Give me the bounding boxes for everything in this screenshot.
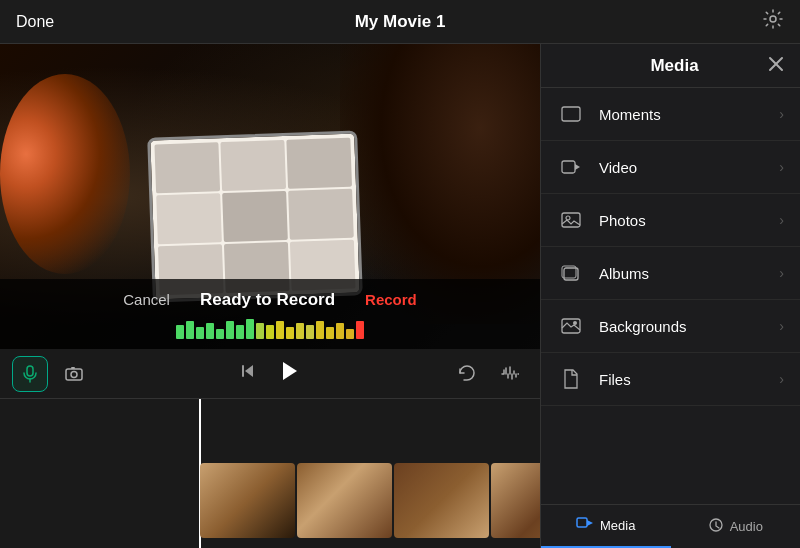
thumb-1 (154, 142, 220, 193)
svg-rect-20 (577, 518, 587, 527)
camera-button[interactable] (56, 356, 92, 392)
media-item-backgrounds[interactable]: Backgrounds › (541, 300, 800, 353)
files-label: Files (599, 371, 779, 388)
timeline-area (0, 349, 540, 548)
video-frame-1 (200, 463, 295, 538)
svg-marker-6 (245, 365, 253, 377)
meter-bar-2 (186, 321, 194, 339)
thumb-6 (288, 189, 354, 240)
media-list: Moments › Video › Photos › Albums › Back… (541, 88, 800, 504)
backgrounds-label: Backgrounds (599, 318, 779, 335)
chevron-backgrounds-icon: › (779, 318, 784, 334)
svg-point-4 (71, 371, 77, 377)
settings-button[interactable] (762, 8, 784, 35)
meter-bar-18 (346, 329, 354, 339)
thumb-4 (156, 193, 222, 244)
meter-bar-9 (256, 323, 264, 339)
svg-rect-5 (71, 367, 75, 369)
backgrounds-icon (557, 312, 585, 340)
top-bar-left: Done (16, 13, 136, 31)
media-tab-label: Media (600, 518, 635, 533)
waveform-button[interactable] (492, 356, 528, 392)
chevron-albums-icon: › (779, 265, 784, 281)
svg-rect-12 (562, 161, 575, 173)
svg-rect-3 (66, 369, 82, 380)
tab-media-button[interactable]: Media (541, 505, 671, 548)
svg-point-15 (566, 216, 570, 220)
svg-rect-11 (562, 107, 580, 121)
photos-icon (557, 206, 585, 234)
media-tab-icon (576, 517, 594, 535)
meter-bar-16 (326, 327, 334, 339)
timeline-center-tools (239, 359, 301, 389)
video-preview: Cancel Ready to Record Record (0, 44, 540, 349)
timeline-right-tools (448, 356, 528, 392)
top-bar: Done My Movie 1 (0, 0, 800, 44)
svg-point-19 (573, 321, 577, 325)
close-right-panel-button[interactable] (768, 54, 784, 77)
chevron-moments-icon: › (779, 106, 784, 122)
video-frame-4 (491, 463, 540, 538)
microphone-button[interactable] (12, 356, 48, 392)
chevron-video-icon: › (779, 159, 784, 175)
moments-icon (557, 100, 585, 128)
meter-bar-7 (236, 325, 244, 339)
record-controls: Cancel Ready to Record Record (123, 290, 416, 310)
chevron-files-icon: › (779, 371, 784, 387)
svg-point-0 (770, 16, 776, 22)
thumb-3 (286, 138, 352, 189)
meter-bar-12 (286, 327, 294, 339)
svg-rect-14 (562, 213, 580, 227)
meter-bar-1 (176, 325, 184, 339)
meter-bar-8 (246, 319, 254, 339)
photos-label: Photos (599, 212, 779, 229)
skip-to-start-button[interactable] (239, 362, 257, 385)
tab-audio-button[interactable]: Audio (671, 505, 801, 548)
audio-meter (176, 319, 364, 339)
play-button[interactable] (277, 359, 301, 389)
record-button[interactable]: Record (365, 291, 417, 308)
chevron-photos-icon: › (779, 212, 784, 228)
video-strip (200, 463, 540, 538)
thumb-2 (220, 140, 286, 191)
media-item-moments[interactable]: Moments › (541, 88, 800, 141)
media-item-albums[interactable]: Albums › (541, 247, 800, 300)
video-icon (557, 153, 585, 181)
video-frame-3 (394, 463, 489, 538)
tablet-screen (150, 133, 359, 299)
right-panel-title: Media (581, 56, 768, 76)
media-item-video[interactable]: Video › (541, 141, 800, 194)
meter-bar-10 (266, 325, 274, 339)
moments-label: Moments (599, 106, 779, 123)
timeline-left-tools (12, 356, 92, 392)
tablet-simulation (147, 130, 363, 302)
movie-title: My Movie 1 (136, 12, 664, 32)
albums-icon (557, 259, 585, 287)
albums-label: Albums (599, 265, 779, 282)
meter-bar-13 (296, 323, 304, 339)
top-bar-right (664, 8, 784, 35)
timeline-toolbar (0, 349, 540, 399)
scene-left (0, 74, 130, 274)
video-label: Video (599, 159, 779, 176)
cancel-record-button[interactable]: Cancel (123, 291, 170, 308)
audio-tab-icon (708, 517, 724, 537)
media-item-photos[interactable]: Photos › (541, 194, 800, 247)
meter-bar-17 (336, 323, 344, 339)
right-panel-header: Media (541, 44, 800, 88)
timeline-track (0, 399, 540, 548)
svg-rect-1 (27, 366, 33, 376)
undo-button[interactable] (448, 356, 484, 392)
media-item-files[interactable]: Files › (541, 353, 800, 406)
meter-bar-3 (196, 327, 204, 339)
meter-bar-11 (276, 321, 284, 339)
record-overlay: Cancel Ready to Record Record (0, 279, 540, 349)
svg-rect-7 (242, 365, 244, 377)
svg-marker-21 (587, 520, 593, 526)
done-button[interactable]: Done (16, 13, 54, 31)
svg-marker-8 (283, 362, 297, 380)
bottom-tabs: Media Audio (541, 504, 800, 548)
meter-bar-6 (226, 321, 234, 339)
video-frame-2 (297, 463, 392, 538)
right-panel: Media Moments › Video › Photos › Albums … (540, 44, 800, 548)
